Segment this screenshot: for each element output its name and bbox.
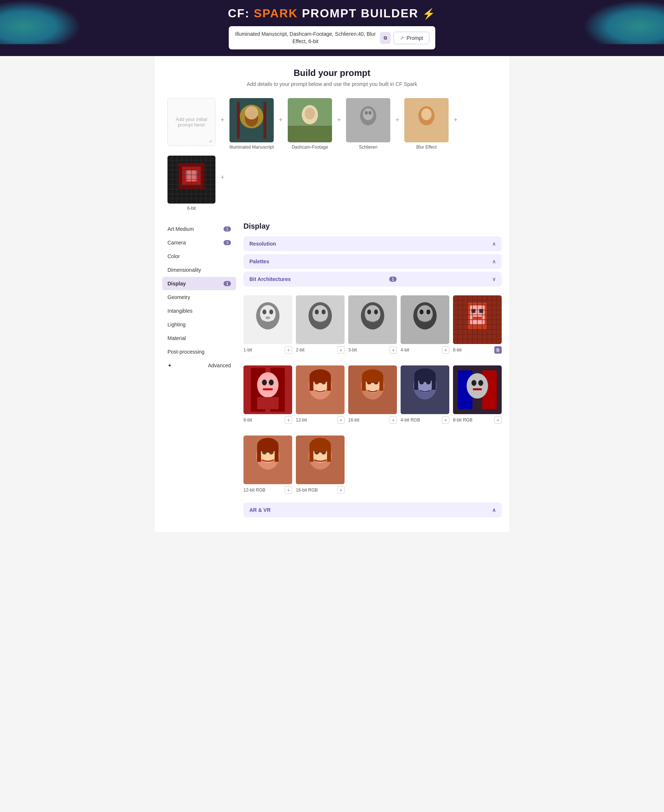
delete-btn-6bit[interactable]: 🗑 [494, 346, 502, 354]
accordion-label-bit-architectures: Bit Architectures [249, 276, 291, 282]
svg-point-44 [269, 309, 273, 314]
add-btn-8bit-rgb[interactable]: + [494, 416, 502, 424]
sidebar-label-lighting: Lighting [168, 322, 186, 328]
schlieren-svg [346, 98, 390, 142]
add-btn-4bit[interactable]: + [442, 346, 449, 354]
gallery-img-1bit[interactable] [244, 296, 292, 344]
plus-sep-4: + [450, 96, 461, 144]
plus-sep-3: + [392, 96, 403, 144]
accordion-header-ar-vr[interactable]: AR & VR ∧ [244, 503, 502, 517]
copy-button[interactable]: ⧉ [380, 32, 391, 44]
plus-sep-2: + [334, 96, 345, 144]
sidebar-item-post-processing[interactable]: Post-processing [162, 345, 236, 359]
svg-point-53 [365, 305, 380, 323]
svg-rect-125 [473, 388, 482, 390]
svg-rect-94 [257, 397, 278, 409]
sidebar-item-intangibles[interactable]: Intangibles [162, 304, 236, 318]
gallery-img-8bit-rgb[interactable] [453, 365, 502, 414]
face-8bit-rgb-svg [453, 365, 502, 414]
svg-point-42 [260, 305, 275, 323]
accordion-header-palettes[interactable]: Palettes ∧ [244, 254, 502, 269]
add-btn-2bit[interactable]: + [337, 346, 345, 354]
svg-point-45 [265, 317, 270, 319]
thumb-illuminated[interactable] [229, 98, 274, 142]
sidebar-item-advanced[interactable]: ✦ Advanced [162, 359, 236, 372]
svg-rect-117 [414, 376, 418, 390]
gallery-img-2bit[interactable] [296, 296, 345, 344]
advanced-icon: ✦ [168, 362, 172, 369]
build-section: Build your prompt Add details to your pr… [155, 56, 509, 96]
title-cf: CF [228, 6, 245, 20]
gallery-img-12bit[interactable] [296, 365, 345, 414]
thumb-blur[interactable] [404, 98, 449, 142]
accordion-palettes: Palettes ∧ [244, 254, 502, 269]
sidebar-item-display[interactable]: Display 1 [162, 277, 236, 290]
sidebar-badge-art-medium: 1 [223, 226, 231, 232]
gallery-label-row-16bit: 16-bit + [348, 416, 397, 424]
add-btn-1bit[interactable]: + [285, 346, 292, 354]
sidebar-label-display: Display [168, 281, 186, 286]
thumb-dashcam[interactable] [288, 98, 332, 142]
build-subtitle: Add details to your prompt below and use… [170, 81, 494, 87]
add-btn-12bit-rgb[interactable]: + [285, 486, 292, 494]
add-btn-12bit[interactable]: + [337, 416, 345, 424]
gallery-img-12bit-rgb[interactable] [244, 435, 292, 484]
plus-sep-row2: + [217, 153, 228, 201]
initial-prompt-card: Add your initial prompt here! ↙ [168, 98, 215, 146]
gallery-label-row-12bit-rgb: 12-bit RGB + [244, 486, 292, 494]
svg-point-50 [322, 309, 326, 314]
image-card-schlieren: Schlieren [346, 98, 390, 150]
image-card-6bit: 6-bit [168, 156, 215, 211]
title-prompt: PROMPT BUILDER [302, 6, 418, 20]
gallery-img-4bit-rgb[interactable] [400, 365, 449, 414]
add-btn-8bit[interactable]: + [285, 416, 292, 424]
gallery-label-row-1bit: 1-bit + [244, 346, 292, 354]
gallery-card-8bit: 8-bit + [244, 365, 292, 424]
gallery-card-6bit-selected: 6-bit 🗑 [453, 296, 502, 354]
svg-rect-9 [288, 126, 332, 142]
gallery-label-3bit: 3-bit [348, 348, 357, 352]
sidebar-item-lighting[interactable]: Lighting [162, 318, 236, 331]
gallery-img-16bit[interactable] [348, 365, 397, 414]
svg-rect-141 [327, 446, 331, 462]
thumb-6bit[interactable] [168, 156, 215, 203]
prompt-label: Prompt [407, 35, 423, 41]
accordion-resolution: Resolution ∧ [244, 236, 502, 251]
svg-rect-132 [257, 446, 261, 462]
sidebar-item-color[interactable]: Color [162, 250, 236, 263]
gallery-label-8bit-rgb: 8-bit RGB [453, 417, 472, 422]
initial-prompt-box[interactable]: Add your initial prompt here! ↙ [168, 98, 215, 146]
copy-icon: ⧉ [384, 35, 387, 41]
gallery-img-3bit[interactable] [348, 296, 397, 344]
chevron-up-ar-vr: ∧ [492, 507, 496, 513]
sidebar-item-geometry[interactable]: Geometry [162, 291, 236, 304]
thumb-schlieren[interactable] [346, 98, 390, 142]
gallery-img-4bit[interactable] [400, 296, 449, 344]
add-btn-16bit-rgb[interactable]: + [337, 486, 345, 494]
add-btn-16bit[interactable]: + [389, 416, 397, 424]
svg-point-54 [367, 309, 371, 314]
gallery-label-6bit: 6-bit [453, 348, 462, 352]
sidebar-item-camera[interactable]: Camera 3 [162, 236, 236, 249]
add-btn-3bit[interactable]: + [389, 346, 397, 354]
accordion-header-resolution[interactable]: Resolution ∧ [244, 236, 502, 251]
main-panel: Display Resolution ∧ Palettes ∧ Bit Arch… [244, 222, 502, 517]
sidebar-label-advanced: Advanced [208, 362, 231, 369]
gallery-label-row-6bit: 6-bit 🗑 [453, 346, 502, 354]
gallery-img-16bit-rgb[interactable] [296, 435, 345, 484]
accordion-label-palettes: Palettes [249, 258, 269, 265]
svg-rect-110 [379, 376, 383, 391]
accordion-header-bit-architectures[interactable]: Bit Architectures 1 ∨ [244, 272, 502, 286]
prompt-button[interactable]: ↗ Prompt [394, 32, 430, 44]
gallery-card-12bit: 12-bit + [296, 365, 345, 424]
sidebar-label-color: Color [168, 253, 180, 259]
sidebar-item-dimensionality[interactable]: Dimensionality [162, 263, 236, 276]
gallery-label-1bit: 1-bit [244, 348, 252, 352]
sidebar-item-material[interactable]: Material [162, 331, 236, 345]
add-btn-4bit-rgb[interactable]: + [442, 416, 449, 424]
gallery-label-12bit-rgb: 12-bit RGB [244, 487, 265, 493]
gallery-img-8bit[interactable] [244, 365, 292, 414]
gallery-img-6bit[interactable] [453, 296, 502, 344]
sidebar-item-art-medium[interactable]: Art Medium 1 [162, 222, 236, 235]
gallery-grid-row2: 8-bit + [244, 359, 502, 430]
